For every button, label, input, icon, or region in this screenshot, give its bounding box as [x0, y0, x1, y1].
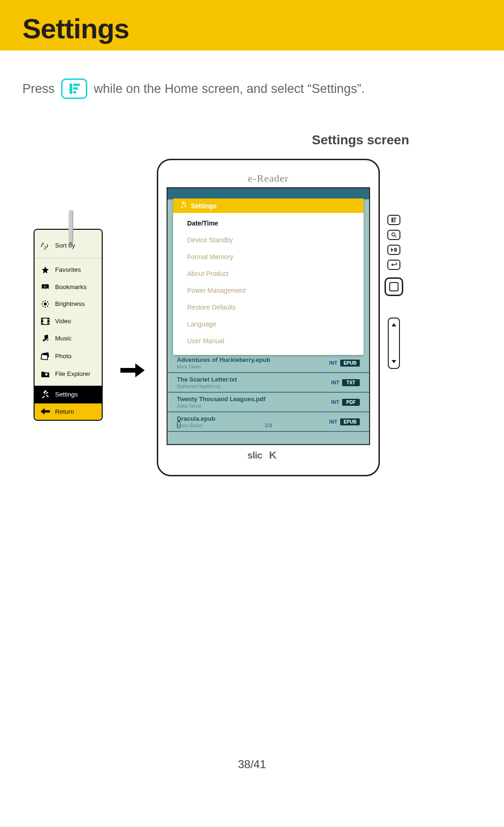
instruction-post: while on the Home screen, and select “Se…	[94, 82, 365, 96]
svg-rect-21	[48, 319, 49, 320]
settings-item-language[interactable]: Language	[173, 316, 364, 332]
rocker-up-icon	[392, 323, 396, 326]
svg-rect-20	[42, 322, 43, 323]
settings-item-restore-defaults[interactable]: Restore Defaults	[173, 299, 364, 316]
return-arrow-icon	[40, 408, 50, 415]
side-button-menu[interactable]	[387, 215, 400, 225]
svg-point-33	[392, 233, 395, 236]
svg-text:Z: Z	[44, 246, 47, 250]
menu-item-label: Music	[55, 335, 71, 342]
svg-rect-0	[70, 84, 72, 94]
svg-rect-35	[394, 248, 395, 252]
settings-item-power-management[interactable]: Power Management	[173, 282, 364, 299]
music-note-icon	[40, 334, 50, 343]
instruction-pre: Press	[22, 82, 55, 96]
svg-rect-2	[73, 87, 78, 90]
device-side-buttons	[380, 159, 403, 476]
sort-az-icon: AZ	[40, 241, 50, 250]
menu-item-bookmarks[interactable]: 04 Bookmarks	[35, 279, 102, 295]
side-button-back[interactable]	[387, 260, 400, 270]
svg-rect-3	[73, 91, 76, 93]
settings-item-about-product[interactable]: About Product	[173, 265, 364, 282]
book-location: INT	[329, 360, 338, 366]
svg-rect-17	[42, 318, 43, 325]
ereader-device: e-Reader Settings Date/Time Device Stand…	[157, 159, 380, 476]
settings-item-user-manual[interactable]: User Manual	[173, 332, 364, 349]
menu-item-settings[interactable]: Settings	[35, 386, 102, 403]
bookmark-book-icon: 04	[40, 283, 50, 290]
svg-rect-19	[42, 319, 43, 320]
menu-item-label: Brightness	[55, 300, 85, 307]
book-location: INT	[331, 380, 339, 385]
menu-item-file-explorer[interactable]: File Explorer	[35, 365, 102, 383]
book-format: EPUB	[340, 360, 360, 367]
svg-line-12	[42, 301, 43, 302]
book-row[interactable]: Adventures of Huckleberry.epub Mark Twai…	[168, 353, 369, 373]
svg-text:K: K	[269, 449, 277, 461]
book-list: Adventures of Huckleberry.epub Mark Twai…	[168, 353, 369, 432]
svg-line-34	[395, 236, 396, 237]
svg-rect-36	[396, 248, 397, 252]
brightness-icon	[40, 300, 50, 308]
menu-item-return[interactable]: Return	[35, 403, 102, 420]
stylus-icon	[69, 210, 73, 243]
menu-return-label: Return	[55, 408, 74, 415]
settings-item-format-memory[interactable]: Format Memory	[173, 248, 364, 265]
settings-item-device-standby[interactable]: Device Standby	[173, 232, 364, 248]
tools-icon	[180, 201, 187, 210]
page-title: Settings	[22, 15, 129, 43]
svg-rect-29	[392, 218, 393, 222]
book-author: Mark Twain	[177, 364, 270, 369]
menu-item-favorites[interactable]: Favorites	[35, 261, 102, 279]
page-indicator: 2/3	[265, 423, 272, 428]
svg-rect-22	[48, 322, 49, 323]
svg-line-14	[42, 305, 43, 306]
svg-rect-1	[73, 84, 80, 86]
menu-item-label: Video	[55, 318, 71, 325]
figure-row: AZ Sort by Favorites 04 Bookmarks	[0, 159, 504, 476]
page-number: 38/41	[0, 758, 504, 771]
book-title: Adventures of Huckleberry.epub	[177, 356, 270, 363]
subtitle: Settings screen	[217, 133, 504, 148]
instruction-line: Press while on the Home screen, and sele…	[0, 50, 504, 104]
settings-item-date-time[interactable]: Date/Time	[173, 215, 364, 232]
menu-item-label: File Explorer	[55, 370, 91, 377]
settings-overlay-title: Settings	[191, 202, 217, 210]
menu-item-video[interactable]: Video	[35, 313, 102, 330]
film-icon	[40, 318, 50, 325]
menu-settings-label: Settings	[55, 391, 78, 398]
side-button-playpause[interactable]	[387, 245, 400, 255]
book-author: Jules Verne	[177, 403, 266, 409]
screen-footer: 2/3	[168, 421, 369, 430]
menu-sort-by[interactable]: AZ Sort by	[35, 236, 102, 255]
menu-item-music[interactable]: Music	[35, 330, 102, 347]
page-header: Settings	[0, 0, 504, 50]
file-search-icon	[40, 370, 50, 378]
side-rocker[interactable]	[388, 318, 400, 369]
menu-item-brightness[interactable]: Brightness	[35, 295, 102, 313]
book-title: Twenty Thousand Leagues.pdf	[177, 396, 266, 403]
svg-point-7	[44, 303, 47, 305]
svg-point-25	[45, 373, 48, 376]
book-row[interactable]: The Scarlet Letter.txt Nathaniel Hawthor…	[168, 373, 369, 393]
book-author: Nathaniel Hawthorne	[177, 384, 237, 389]
menu-item-photo[interactable]: Photo	[35, 347, 102, 365]
svg-text:slic: slic	[247, 450, 263, 460]
book-format: PDF	[342, 399, 360, 406]
svg-rect-18	[48, 318, 49, 325]
device-screen: Settings Date/Time Device Standby Format…	[167, 187, 370, 445]
menu-key-icon	[61, 78, 87, 99]
tools-icon	[40, 390, 50, 399]
book-format: TXT	[342, 379, 360, 386]
side-button-home[interactable]	[385, 277, 403, 296]
svg-rect-30	[393, 218, 396, 219]
side-button-zoom[interactable]	[387, 230, 400, 240]
device-brand: slicK	[247, 445, 289, 467]
battery-icon	[177, 422, 181, 428]
device-label: e-Reader	[248, 172, 288, 184]
svg-line-15	[47, 301, 48, 302]
svg-rect-32	[393, 221, 395, 222]
menu-item-label: Photo	[55, 353, 71, 360]
book-row[interactable]: Twenty Thousand Leagues.pdf Jules Verne …	[168, 393, 369, 412]
star-icon	[40, 266, 50, 274]
